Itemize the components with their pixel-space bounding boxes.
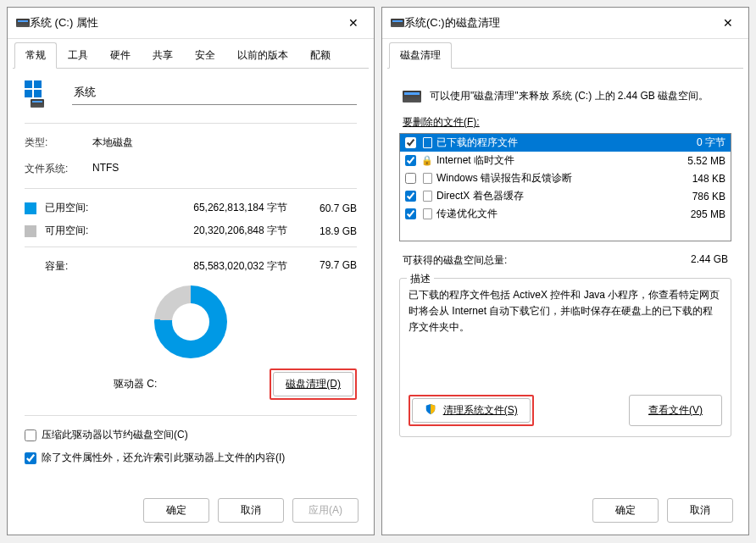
file-name: 已下载的程序文件	[436, 136, 670, 150]
file-checkbox[interactable]	[405, 137, 416, 148]
tab-disk-cleanup[interactable]: 磁盘清理	[389, 42, 452, 69]
windows-icon	[25, 80, 42, 97]
ok-button[interactable]: 确定	[592, 498, 659, 523]
tab-quota[interactable]: 配额	[299, 42, 342, 68]
index-checkbox[interactable]	[25, 452, 36, 464]
content-cleanup: 可以使用"磁盘清理"来释放 系统 (C:) 上的 2.44 GB 磁盘空间。 要…	[382, 69, 748, 488]
window-title: 系统(C:)的磁盘清理	[404, 15, 716, 30]
used-gb: 60.7 GB	[306, 202, 357, 214]
close-icon[interactable]: ✕	[716, 14, 740, 31]
description-legend: 描述	[407, 272, 434, 286]
file-name: 传递优化文件	[436, 207, 670, 221]
free-color-icon	[25, 225, 36, 237]
file-item[interactable]: Windows 错误报告和反馈诊断 148 KB	[400, 169, 731, 187]
file-item[interactable]: 传递优化文件 295 MB	[400, 205, 731, 223]
file-checkbox[interactable]	[405, 191, 416, 202]
shield-icon	[425, 403, 436, 415]
document-icon	[421, 173, 433, 185]
file-name: DirectX 着色器缓存	[436, 189, 670, 203]
used-color-icon	[25, 202, 36, 214]
gain-label: 可获得的磁盘空间总量:	[403, 253, 507, 268]
document-icon	[421, 191, 433, 202]
properties-window: 系统 (C:) 属性 ✕ 常规 工具 硬件 共享 安全 以前的版本 配额 类型:…	[7, 7, 375, 535]
compress-label: 压缩此驱动器以节约磁盘空间(C)	[42, 428, 188, 442]
file-size: 5.52 MB	[670, 155, 725, 167]
cleanup-window: 系统(C:)的磁盘清理 ✕ 磁盘清理 可以使用"磁盘清理"来释放 系统 (C:)…	[381, 7, 749, 535]
file-name: Windows 错误报告和反馈诊断	[436, 171, 670, 186]
index-label: 除了文件属性外，还允许索引此驱动器上文件的内容(I)	[42, 451, 285, 465]
compress-checkbox[interactable]	[25, 429, 36, 441]
tabs: 磁盘清理	[387, 42, 743, 69]
file-checkbox[interactable]	[405, 155, 416, 166]
intro-text: 可以使用"磁盘清理"来释放 系统 (C:) 上的 2.44 GB 磁盘空间。	[430, 89, 728, 103]
tab-sharing[interactable]: 共享	[142, 42, 184, 68]
volume-name-input[interactable]	[72, 84, 357, 105]
capacity-bytes: 85,583,020,032 字节	[114, 259, 306, 274]
file-checkbox[interactable]	[405, 208, 416, 219]
file-item[interactable]: 🔒 Internet 临时文件 5.52 MB	[400, 152, 731, 169]
titlebar: 系统 (C:) 属性 ✕	[8, 8, 374, 39]
file-size: 0 字节	[670, 136, 725, 150]
type-label: 类型:	[25, 136, 92, 150]
file-list[interactable]: 已下载的程序文件 0 字节 🔒 Internet 临时文件 5.52 MB Wi…	[399, 133, 731, 241]
ok-button[interactable]: 确定	[143, 498, 209, 523]
description-fieldset: 描述 已下载的程序文件包括 ActiveX 控件和 Java 小程序，你查看特定…	[399, 278, 731, 437]
file-size: 295 MB	[670, 208, 725, 220]
footer: 确定 取消	[382, 488, 748, 535]
file-size: 786 KB	[670, 191, 725, 202]
apply-button[interactable]: 应用(A)	[292, 498, 359, 523]
drive-label: 驱动器 C:	[25, 377, 246, 391]
view-files-button[interactable]: 查看文件(V)	[629, 395, 722, 426]
fs-value: NTFS	[92, 162, 119, 176]
delete-files-label: 要删除的文件(F):	[399, 115, 731, 133]
window-title: 系统 (C:) 属性	[30, 15, 342, 30]
disk-icon	[403, 91, 421, 103]
fs-label: 文件系统:	[25, 162, 92, 176]
highlight-box: 清理系统文件(S)	[409, 395, 534, 426]
file-name: Internet 临时文件	[436, 153, 670, 168]
tab-tools[interactable]: 工具	[57, 42, 99, 68]
tab-security[interactable]: 安全	[184, 42, 226, 68]
footer: 确定 取消 应用(A)	[8, 488, 374, 535]
clean-system-files-button[interactable]: 清理系统文件(S)	[412, 398, 531, 423]
tab-general[interactable]: 常规	[14, 42, 57, 69]
disk-icon	[16, 19, 30, 27]
tab-hardware[interactable]: 硬件	[99, 42, 142, 68]
used-bytes: 65,262,813,184 字节	[114, 201, 306, 215]
cancel-button[interactable]: 取消	[218, 498, 284, 523]
cancel-button[interactable]: 取消	[667, 498, 733, 523]
type-value: 本地磁盘	[92, 136, 133, 150]
titlebar: 系统(C:)的磁盘清理 ✕	[382, 8, 748, 39]
file-size: 148 KB	[670, 173, 725, 185]
free-gb: 18.9 GB	[306, 225, 357, 237]
tabs: 常规 工具 硬件 共享 安全 以前的版本 配额	[13, 42, 369, 69]
document-icon	[421, 208, 433, 220]
lock-icon: 🔒	[421, 155, 433, 167]
content-general: 类型:本地磁盘 文件系统:NTFS 已用空间: 65,262,813,184 字…	[8, 69, 374, 488]
free-bytes: 20,320,206,848 字节	[114, 224, 306, 238]
document-icon	[421, 137, 433, 149]
disk-icon	[31, 99, 44, 108]
highlight-box: 磁盘清理(D)	[270, 368, 357, 400]
file-item[interactable]: 已下载的程序文件 0 字节	[400, 134, 731, 152]
used-label: 已用空间:	[45, 201, 114, 215]
description-text: 已下载的程序文件包括 ActiveX 控件和 Java 小程序，你查看特定网页时…	[409, 287, 722, 336]
capacity-label: 容量:	[45, 259, 114, 274]
usage-donut-chart	[154, 285, 227, 358]
capacity-gb: 79.7 GB	[306, 259, 357, 274]
tab-previous[interactable]: 以前的版本	[226, 42, 299, 68]
file-item[interactable]: DirectX 着色器缓存 786 KB	[400, 187, 731, 205]
gain-value: 2.44 GB	[691, 253, 728, 268]
disk-icon	[391, 19, 404, 27]
free-label: 可用空间:	[45, 224, 114, 238]
close-icon[interactable]: ✕	[342, 14, 365, 31]
file-checkbox[interactable]	[405, 173, 416, 184]
disk-cleanup-button[interactable]: 磁盘清理(D)	[273, 372, 353, 396]
